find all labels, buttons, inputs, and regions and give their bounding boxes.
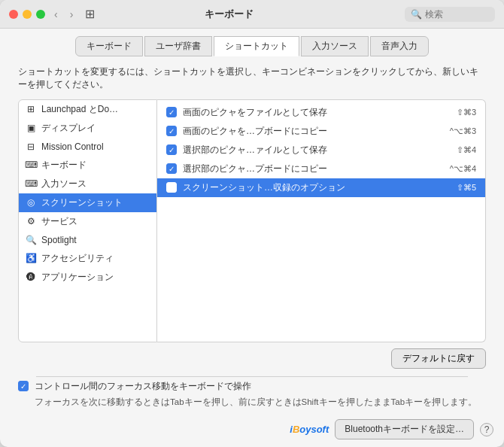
shortcut-name-selected-save-file: 選択部のピクャ…ァイルとして保存 [183, 144, 451, 157]
description-text: ショートカットを変更するには、ショートカットを選択し、キーコンビネーションをクリ… [0, 56, 504, 99]
launchpad-icon: ⊞ [25, 103, 37, 115]
sidebar-label-launchpad: Launchpad とDo… [41, 103, 118, 116]
accessibility-icon: ♿ [25, 252, 37, 264]
default-btn-row: デフォルトに戻す [18, 348, 486, 373]
shortcut-key-selected-save-file: ⇧⌘4 [457, 145, 476, 155]
titlebar: ‹ › ⊞ キーボード 🔍 [0, 0, 504, 29]
footer: iBoysoft Bluetoothキーボードを設定… ? [0, 415, 504, 447]
apps-icon: 🅐 [25, 271, 37, 283]
sidebar-item-launchpad[interactable]: ⊞ Launchpad とDo… [19, 100, 156, 119]
focus-checkbox[interactable] [18, 381, 29, 391]
shortcuts-panel: 画面のピクャをファイルとして保存 ⇧⌘3 画面のピクャを…プボードにコピー ^⌥… [157, 99, 486, 342]
keyboard-icon: ⌨ [25, 159, 37, 171]
display-icon: ▣ [25, 122, 37, 134]
shortcut-row-selected-save-file[interactable]: 選択部のピクャ…ァイルとして保存 ⇧⌘4 [157, 141, 485, 160]
sidebar-label-screenshot: スクリーンショット [41, 196, 123, 209]
sidebar-label-services: サービス [41, 215, 77, 228]
sidebar-item-screenshot[interactable]: ◎ スクリーンショット [19, 193, 156, 212]
sidebar-item-services[interactable]: ⚙ サービス [19, 212, 156, 231]
bottom-area: デフォルトに戻す コントロール間のフォーカス移動をキーボードで操作 フォーカスを… [0, 342, 504, 415]
tab-user-dict[interactable]: ユーザ辞書 [144, 36, 212, 56]
shortcut-name-screenshot-options: スクリーンショット…収録のオプション [183, 181, 451, 194]
sidebar-label-keyboard: キーボード [41, 159, 87, 172]
sidebar-item-keyboard[interactable]: ⌨ キーボード [19, 156, 156, 175]
traffic-lights [9, 10, 45, 19]
checkbox-save-file[interactable] [166, 107, 177, 117]
search-input[interactable] [425, 9, 485, 20]
tabbar: キーボード ユーザ辞書 ショートカット 入力ソース 音声入力 [0, 29, 504, 56]
focus-checkbox-label: コントロール間のフォーカス移動をキーボードで操作 [35, 380, 251, 393]
sidebar-label-spotlight: Spotlight [41, 235, 77, 245]
sidebar-item-accessibility[interactable]: ♿ アクセシビリティ [19, 249, 156, 268]
tab-keyboard[interactable]: キーボード [75, 36, 143, 56]
sidebar-label-input-source: 入力ソース [41, 178, 87, 190]
search-box[interactable]: 🔍 [405, 7, 495, 22]
maximize-button[interactable] [36, 10, 45, 19]
shortcut-key-copy-clipboard: ^⌥⌘3 [450, 126, 476, 136]
shortcut-key-selected-copy: ^⌥⌘4 [450, 164, 476, 174]
search-icon: 🔍 [411, 9, 422, 20]
back-button[interactable]: ‹ [51, 7, 61, 22]
tab-shortcuts[interactable]: ショートカット [214, 36, 299, 56]
sidebar-item-display[interactable]: ▣ ディスプレイ [19, 119, 156, 138]
sidebar-label-display: ディスプレイ [41, 122, 96, 135]
sidebar-item-input-source[interactable]: ⌨ 入力ソース [19, 175, 156, 193]
close-button[interactable] [9, 10, 18, 19]
mission-control-icon: ⊟ [25, 141, 37, 153]
screenshot-icon: ◎ [25, 196, 37, 208]
shortcut-key-screenshot-options: ⇧⌘5 [457, 183, 476, 193]
tab-input-source[interactable]: 入力ソース [301, 36, 369, 56]
sidebar-item-mission-control[interactable]: ⊟ Mission Control [19, 138, 156, 156]
main-content: ⊞ Launchpad とDo… ▣ ディスプレイ ⊟ Mission Cont… [0, 99, 504, 342]
shortcut-row-selected-copy[interactable]: 選択部のピクャ…プボードにコピー ^⌥⌘4 [157, 160, 485, 178]
focus-description: フォーカスを次に移動するときはTabキーを押し、前に戻すときはShiftキーを押… [18, 396, 486, 409]
tab-voice-input[interactable]: 音声入力 [370, 36, 429, 56]
window-title: キーボード [104, 8, 354, 21]
focus-checkbox-row: コントロール間のフォーカス移動をキーボードで操作 [18, 380, 486, 393]
shortcut-name-copy-clipboard: 画面のピクャを…プボードにコピー [183, 125, 444, 138]
checkbox-copy-clipboard[interactable] [166, 126, 177, 136]
shortcut-row-save-file[interactable]: 画面のピクャをファイルとして保存 ⇧⌘3 [157, 103, 485, 122]
sidebar-label-accessibility: アクセシビリティ [41, 252, 114, 265]
input-source-icon: ⌨ [25, 178, 37, 190]
grid-icon: ⊞ [85, 7, 95, 21]
minimize-button[interactable] [23, 10, 32, 19]
help-button[interactable]: ? [480, 423, 493, 436]
sidebar-item-apps[interactable]: 🅐 アプリケーション [19, 268, 156, 287]
shortcut-key-save-file: ⇧⌘3 [457, 108, 476, 117]
spotlight-icon: 🔍 [25, 234, 37, 246]
sidebar-label-apps: アプリケーション [41, 271, 114, 284]
checkbox-screenshot-options[interactable] [166, 182, 177, 193]
default-button[interactable]: デフォルトに戻す [391, 348, 486, 369]
checkbox-selected-copy[interactable] [166, 163, 177, 174]
sidebar: ⊞ Launchpad とDo… ▣ ディスプレイ ⊟ Mission Cont… [18, 99, 157, 342]
bluetooth-button[interactable]: Bluetoothキーボードを設定… [335, 419, 474, 439]
divider [36, 376, 468, 377]
shortcut-row-copy-clipboard[interactable]: 画面のピクャを…プボードにコピー ^⌥⌘3 [157, 122, 485, 141]
services-icon: ⚙ [25, 215, 37, 227]
forward-button[interactable]: › [67, 7, 77, 22]
sidebar-item-spotlight[interactable]: 🔍 Spotlight [19, 231, 156, 249]
checkbox-selected-save-file[interactable] [166, 144, 177, 155]
iboysoft-logo: iBoysoft [290, 424, 329, 435]
main-window: ‹ › ⊞ キーボード 🔍 キーボード ユーザ辞書 ショートカット 入力ソース … [0, 0, 504, 447]
shortcut-row-screenshot-options[interactable]: スクリーンショット…収録のオプション ⇧⌘5 [157, 178, 485, 197]
shortcut-name-save-file: 画面のピクャをファイルとして保存 [183, 106, 451, 119]
sidebar-label-mission-control: Mission Control [41, 141, 104, 152]
shortcut-name-selected-copy: 選択部のピクャ…プボードにコピー [183, 163, 444, 175]
